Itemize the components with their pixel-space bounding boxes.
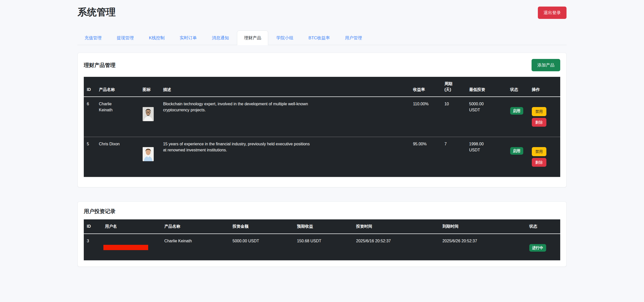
product-icon-cell: [140, 137, 160, 177]
product-min-invest-cell: 5000.00 USDT: [466, 97, 507, 137]
investment-expire-time-cell: 2025/6/26 20:52:37: [439, 234, 526, 260]
column-header-id: ID: [84, 219, 102, 233]
product-name-cell: Charlie Keinath: [96, 97, 140, 137]
column-header-expire-time: 到期时间: [439, 219, 526, 233]
tab-notifications[interactable]: 消息通知: [205, 30, 236, 45]
page-title: 系统管理: [77, 7, 116, 18]
investments-table-header-row: ID 用户名 产品名称 投资金额 预期收益 投资时间 到期时间 状态: [84, 219, 560, 233]
column-header-product-name: 产品名称: [96, 77, 140, 97]
redacted-username: [103, 245, 148, 250]
status-enabled-badge: 启用: [510, 147, 523, 155]
investment-id-cell: 3: [84, 234, 102, 260]
add-product-button[interactable]: 添加产品: [532, 59, 560, 71]
product-period-cell: 10: [441, 97, 466, 137]
investment-username-cell: [102, 234, 161, 260]
admin-page: 系统管理 退出登录 充值管理 提现管理 K线控制 实时订单 消息通知 理财产品 …: [77, 0, 567, 267]
column-header-username: 用户名: [102, 219, 161, 233]
delete-product-button[interactable]: 删除: [532, 158, 546, 167]
investment-status-cell: 进行中: [526, 234, 560, 260]
investment-row: 3 Charlie Keinath 5000.00 USDT 150.68 US…: [84, 234, 560, 260]
investment-profit-cell: 150.68 USDT: [294, 234, 353, 260]
column-header-actions: 操作: [529, 77, 560, 97]
product-name-cell: Chris Dixon: [96, 137, 140, 177]
status-in-progress-badge: 进行中: [529, 244, 546, 252]
tab-user-management[interactable]: 用户管理: [338, 30, 369, 45]
product-id-cell: 6: [84, 97, 96, 137]
column-header-icon: 图标: [140, 77, 160, 97]
logout-button[interactable]: 退出登录: [538, 7, 567, 19]
tab-bar: 充值管理 提现管理 K线控制 实时订单 消息通知 理财产品 学院小组 BTC收益…: [77, 30, 567, 45]
product-actions-cell: 禁用 删除: [529, 97, 560, 137]
column-header-id: ID: [84, 77, 96, 97]
products-table: ID 产品名称 图标 描述 收益率 周期 (天) 最低投资 状态 操作 6 Ch…: [84, 77, 560, 177]
tab-kline-control[interactable]: K线控制: [142, 30, 172, 45]
column-header-description: 描述: [160, 77, 410, 97]
product-actions-cell: 禁用 删除: [529, 137, 560, 177]
column-header-product-name: 产品名称: [161, 219, 229, 233]
product-icon-cell: [140, 97, 160, 137]
product-status-cell: 启用: [507, 137, 529, 177]
investment-product-cell: Charlie Keinath: [161, 234, 229, 260]
column-header-rate: 收益率: [410, 77, 441, 97]
column-header-expected-profit: 预期收益: [294, 219, 353, 233]
tab-academy-groups[interactable]: 学院小组: [269, 30, 300, 45]
investments-table: ID 用户名 产品名称 投资金额 预期收益 投资时间 到期时间 状态 3 Cha…: [84, 219, 560, 260]
avatar-man-blue-shirt-icon: [143, 147, 154, 161]
column-header-min-invest: 最低投资: [466, 77, 507, 97]
column-header-status: 状态: [507, 77, 529, 97]
tab-wealth-products[interactable]: 理财产品: [237, 30, 268, 45]
disable-product-button[interactable]: 禁用: [532, 107, 546, 116]
products-card-title: 理财产品管理: [84, 62, 115, 69]
product-period-cell: 7: [441, 137, 466, 177]
product-id-cell: 5: [84, 137, 96, 177]
tab-realtime-orders[interactable]: 实时订单: [173, 30, 204, 45]
product-description-cell: Blockchain technology expert, involved i…: [160, 97, 410, 137]
products-card: 理财产品管理 添加产品 ID 产品名称 图标 描述 收益率 周期 (天) 最低投…: [77, 53, 567, 187]
product-row: 6 Charlie Keinath: [84, 97, 560, 137]
investment-invest-time-cell: 2025/6/16 20:52:37: [353, 234, 439, 260]
column-header-amount: 投资金额: [229, 219, 294, 233]
product-rate-cell: 95.00%: [410, 137, 441, 177]
product-description-cell: 15 years of experience in the financial …: [160, 137, 410, 177]
product-rate-cell: 110.00%: [410, 97, 441, 137]
disable-product-button[interactable]: 禁用: [532, 147, 546, 156]
column-header-status: 状态: [526, 219, 560, 233]
tab-btc-yield[interactable]: BTC收益率: [301, 30, 337, 45]
investment-amount-cell: 5000.00 USDT: [229, 234, 294, 260]
delete-product-button[interactable]: 删除: [532, 118, 546, 127]
investments-card: 用户投资记录 ID 用户名 产品名称 投资金额 预期收益 投资时间 到期时间 状…: [77, 202, 567, 266]
column-header-period: 周期 (天): [441, 77, 466, 97]
page-header: 系统管理 退出登录: [77, 7, 567, 19]
products-table-header-row: ID 产品名称 图标 描述 收益率 周期 (天) 最低投资 状态 操作: [84, 77, 560, 97]
product-row: 5 Chris Dixon 15 years of experience in …: [84, 137, 560, 177]
avatar-man-glasses-icon: [143, 107, 154, 121]
column-header-invest-time: 投资时间: [353, 219, 439, 233]
tab-recharge-management[interactable]: 充值管理: [77, 30, 109, 45]
product-min-invest-cell: 1998.00 USDT: [466, 137, 507, 177]
status-enabled-badge: 启用: [510, 107, 523, 115]
tab-withdrawal-management[interactable]: 提现管理: [110, 30, 141, 45]
product-status-cell: 启用: [507, 97, 529, 137]
investments-card-title: 用户投资记录: [84, 208, 115, 215]
